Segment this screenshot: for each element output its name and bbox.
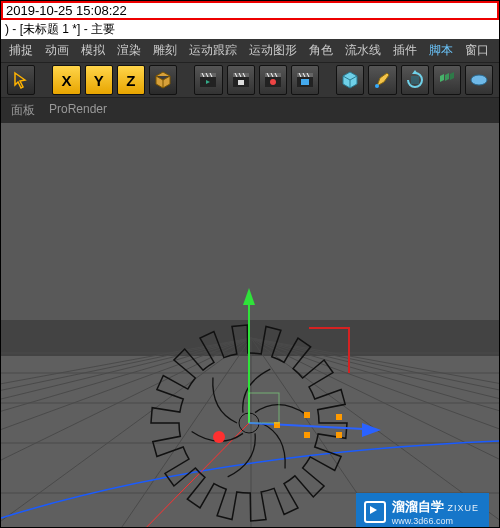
app-root: 2019-10-25 15:08:22 ) - [未标题 1 *] - 主要 捕… [0,0,500,528]
arrow-icon [12,71,30,89]
clapper-1[interactable] [194,65,222,95]
menu-item-3[interactable]: 渲染 [117,42,141,59]
svg-rect-46 [336,432,342,438]
clapper-icon [198,70,218,90]
svg-point-7 [270,79,276,85]
watermark-badge: 溜溜自学 ZIXUE www.3d66.com [356,493,489,528]
title-text: ) - [未标题 1 *] - 主要 [5,22,115,36]
rotate-icon [405,70,425,90]
select-tool[interactable] [7,65,35,95]
cube-icon [153,70,173,90]
menu-item-10[interactable]: 脚本 [429,42,453,59]
watermark-sub: ZIXUE [447,503,479,513]
menu-item-8[interactable]: 流水线 [345,42,381,59]
clapper-3[interactable] [259,65,287,95]
cube-primitive-icon [340,70,360,90]
axis-x-button[interactable]: X [52,65,80,95]
menu-item-6[interactable]: 运动图形 [249,42,297,59]
main-toolbar: X Y Z [1,62,499,98]
array-tool-button[interactable] [433,65,461,95]
array-icon [437,70,457,90]
menu-item-7[interactable]: 角色 [309,42,333,59]
watermark-url: www.3d66.com [392,516,479,526]
toolbar-divider [181,66,190,94]
viewport-3d[interactable]: 溜溜自学 ZIXUE www.3d66.com [1,123,499,528]
menu-item-9[interactable]: 插件 [393,42,417,59]
svg-rect-10 [301,79,309,85]
watermark-text-box: 溜溜自学 ZIXUE www.3d66.com [392,498,479,526]
watermark-text: 溜溜自学 [392,499,444,514]
axis-y-button[interactable]: Y [85,65,113,95]
svg-rect-45 [304,432,310,438]
timestamp-text: 2019-10-25 15:08:22 [6,3,127,18]
disc-icon [469,70,489,90]
tab-prorender[interactable]: ProRender [49,102,107,119]
menu-bar: 捕捉动画模拟渲染雕刻运动跟踪运动图形角色流水线插件脚本窗口 [1,39,499,62]
pen-tool-button[interactable] [368,65,396,95]
clapper-icon [295,70,315,90]
svg-point-42 [213,431,225,443]
cube-primitive-button[interactable] [336,65,364,95]
disc-tool-button[interactable] [465,65,493,95]
clapper-icon [231,70,251,90]
clapper-2[interactable] [227,65,255,95]
clapper-icon [263,70,283,90]
axis-z-button[interactable]: Z [117,65,145,95]
tab-panel[interactable]: 面板 [11,102,35,119]
clapper-4[interactable] [291,65,319,95]
viewport-canvas [1,123,499,528]
world-cube-button[interactable] [149,65,177,95]
viewport-tabs: 面板 ProRender [1,98,499,123]
rotate-tool-button[interactable] [401,65,429,95]
menu-item-0[interactable]: 捕捉 [9,42,33,59]
svg-rect-44 [304,412,310,418]
pen-icon [373,70,393,90]
toolbar-divider [39,66,48,94]
menu-item-5[interactable]: 运动跟踪 [189,42,237,59]
svg-rect-4 [238,80,244,85]
svg-point-12 [471,75,487,85]
menu-item-11[interactable]: 窗口 [465,42,489,59]
timestamp-box: 2019-10-25 15:08:22 [1,1,499,20]
menu-item-2[interactable]: 模拟 [81,42,105,59]
play-icon [364,501,386,523]
window-title: ) - [未标题 1 *] - 主要 [1,20,499,39]
menu-item-1[interactable]: 动画 [45,42,69,59]
svg-point-11 [375,84,379,88]
toolbar-divider [323,66,332,94]
menu-item-4[interactable]: 雕刻 [153,42,177,59]
svg-rect-47 [336,414,342,420]
